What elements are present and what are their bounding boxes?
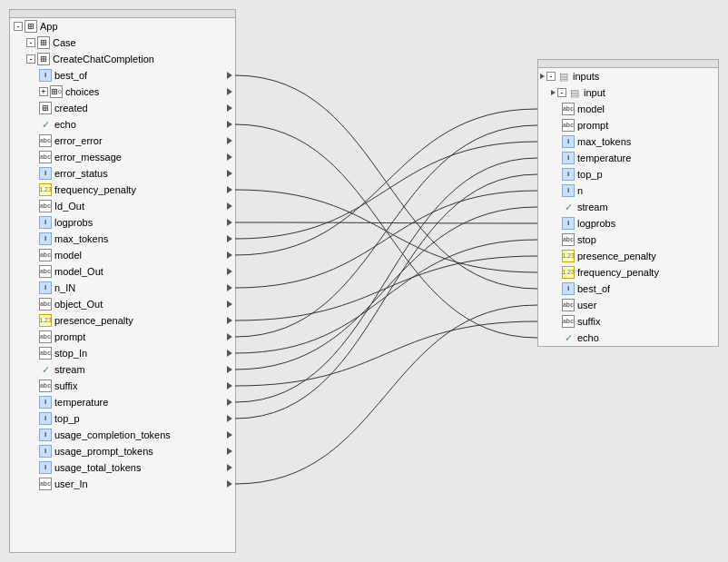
- int-icon: i: [39, 412, 52, 425]
- num-icon: 1.23: [39, 183, 52, 196]
- arrow-right-icon: [227, 72, 232, 79]
- abc-icon: abc: [39, 298, 52, 311]
- abc-icon: abc: [39, 249, 52, 261]
- item-label: best_of: [54, 68, 87, 83]
- int-icon: i: [39, 232, 52, 245]
- left-tree-item-logprobs: ilogprobs: [10, 214, 235, 231]
- item-label: echo: [54, 117, 76, 132]
- expand-icon[interactable]: -: [557, 88, 566, 97]
- arrow-right-icon: [227, 350, 232, 357]
- item-label: best_of: [577, 281, 610, 296]
- int-icon: i: [562, 282, 575, 295]
- int-icon: i: [39, 396, 52, 409]
- item-label: top_p: [54, 411, 80, 426]
- left-tree-item-echo: ✓echo: [10, 116, 235, 133]
- int-icon: i: [39, 281, 52, 294]
- abc-icon: abc: [39, 330, 52, 343]
- check-icon: ✓: [39, 118, 52, 131]
- int-icon: i: [39, 216, 52, 229]
- expand-icon[interactable]: -: [14, 22, 23, 31]
- right-tree-item-logprobs: ilogprobs: [538, 215, 718, 232]
- left-tree-item-app: -⊞App: [10, 18, 235, 35]
- item-label: object_Out: [54, 297, 103, 311]
- main-container: -⊞App-⊞Case-⊞CreateChatCompletionibest_o…: [0, 0, 728, 562]
- item-label: stop_In: [54, 346, 87, 360]
- item-label: max_tokens: [577, 134, 631, 149]
- expand-icon[interactable]: -: [26, 54, 35, 64]
- right-tree-item-prompt: abcprompt: [538, 117, 718, 133]
- item-label: App: [40, 19, 58, 34]
- item-label: stream: [577, 200, 608, 214]
- item-label: model: [54, 248, 82, 262]
- arrow-right-icon: [227, 333, 232, 340]
- item-label: model_Out: [54, 264, 103, 279]
- right-panel: -▤inputs-▤inputabcmodelabcpromptimax_tok…: [537, 59, 719, 347]
- arrow-right-icon: [227, 464, 232, 471]
- item-label: logprobs: [54, 215, 93, 230]
- connection-user_in-user: [235, 305, 537, 484]
- item-label: input: [584, 85, 605, 100]
- right-tree-item-echo: ✓echo: [538, 330, 718, 346]
- arrow-right-icon: [227, 88, 232, 95]
- item-label: frequency_penalty: [54, 182, 136, 197]
- int-icon: i: [562, 217, 575, 230]
- int-icon: i: [562, 184, 575, 197]
- left-tree-item-usage_total_tokens: iusage_total_tokens: [10, 459, 235, 476]
- right-tree-item-input: -▤input: [538, 84, 718, 101]
- abc-icon: abc: [562, 315, 575, 328]
- abc-icon: abc: [562, 103, 575, 115]
- left-tree-item-model: abcmodel: [10, 247, 235, 263]
- int-icon: i: [562, 168, 575, 181]
- right-panel-header: [538, 60, 718, 68]
- num-icon: 1.23: [562, 250, 575, 262]
- expand-icon[interactable]: -: [26, 38, 35, 47]
- left-tree-item-stop_in: abcstop_In: [10, 345, 235, 361]
- connection-top_p-top_p: [235, 174, 537, 419]
- item-label: echo: [577, 330, 599, 345]
- item-label: temperature: [577, 151, 631, 165]
- expand-icon[interactable]: -: [546, 72, 556, 81]
- left-tree-item-model_out: abcmodel_Out: [10, 263, 235, 280]
- table-icon: ⊞: [25, 20, 37, 33]
- connection-temperature-temperature: [235, 158, 537, 402]
- check-icon: ✓: [562, 331, 575, 344]
- table-icon: ⊞: [37, 36, 50, 49]
- item-label: prompt: [54, 330, 85, 344]
- left-tree-item-temperature: itemperature: [10, 394, 235, 410]
- table-icon: ⊞: [37, 53, 50, 65]
- arrow-right-icon: [227, 268, 232, 275]
- connection-stream-stream: [235, 207, 537, 370]
- connection-stop_in-stop: [235, 240, 537, 353]
- arrow-right-icon: [227, 382, 232, 389]
- abc-icon: abc: [562, 119, 575, 132]
- left-tree-item-id_out: abcId_Out: [10, 198, 235, 214]
- int-icon: i: [39, 429, 52, 441]
- folder-icon: ▤: [557, 70, 570, 83]
- left-tree-item-suffix: abcsuffix: [10, 378, 235, 394]
- abc-icon: abc: [39, 265, 52, 278]
- arrow-right-icon: [227, 317, 232, 324]
- right-tree-item-stop: abcstop: [538, 232, 718, 248]
- connection-frequency_penalty-frequency_penalty: [235, 190, 537, 272]
- connection-n_in-n: [235, 191, 537, 288]
- item-label: suffix: [577, 314, 600, 329]
- connection-max_tokens-max_tokens: [235, 142, 537, 239]
- item-label: user_In: [54, 477, 88, 491]
- item-label: suffix: [54, 379, 77, 393]
- connection-model-model: [235, 109, 537, 255]
- arrow-right-icon: [227, 170, 232, 177]
- expand-icon[interactable]: +: [39, 87, 48, 96]
- arrow-right-icon: [227, 121, 232, 128]
- left-tree-item-case: -⊞Case: [10, 35, 235, 51]
- abc-icon: abc: [562, 299, 575, 311]
- connection-presence_penalty-presence_penalty: [235, 256, 537, 320]
- right-tree-item-model: abcmodel: [538, 101, 718, 117]
- right-tree-item-n: in: [538, 182, 718, 199]
- abc-icon: abc: [39, 151, 52, 163]
- right-tree-item-user: abcuser: [538, 297, 718, 313]
- arrow-right-icon: [227, 431, 232, 439]
- arrow-right-icon: [227, 301, 232, 308]
- arrow-right-icon: [227, 153, 232, 161]
- int-icon: i: [39, 69, 52, 82]
- int-icon: i: [39, 461, 52, 474]
